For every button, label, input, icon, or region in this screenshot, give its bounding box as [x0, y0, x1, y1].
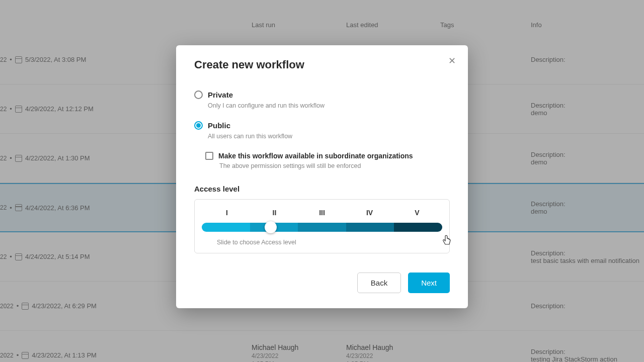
access-level-slider[interactable] — [202, 223, 442, 232]
checkbox-icon — [205, 152, 213, 160]
slider-label-3: III — [317, 209, 327, 217]
checkbox-description: The above permission settings will still… — [219, 162, 450, 169]
back-button[interactable]: Back — [357, 273, 401, 293]
slider-handle[interactable] — [265, 221, 277, 233]
checkbox-label: Make this workflow available in subordin… — [218, 152, 413, 160]
slider-hint: Slide to choose Access level — [217, 239, 442, 246]
checkbox-subordinate-orgs[interactable]: Make this workflow available in subordin… — [205, 152, 450, 169]
slider-label-1: I — [222, 209, 232, 217]
slider-labels: I II III IV V — [202, 209, 442, 217]
radio-option-private[interactable]: Private Only I can configure and run thi… — [194, 90, 450, 109]
slider-label-4: IV — [365, 209, 375, 217]
create-workflow-modal: Create new workflow ✕ Private Only I can… — [176, 45, 468, 308]
close-button[interactable]: ✕ — [448, 55, 456, 66]
radio-option-public[interactable]: Public All users can run this workflow — [194, 121, 450, 140]
radio-description: All users can run this workflow — [208, 133, 450, 140]
access-level-title: Access level — [194, 185, 450, 193]
close-icon: ✕ — [448, 56, 456, 66]
modal-title: Create new workflow — [194, 58, 450, 71]
radio-label: Public — [208, 121, 230, 130]
radio-label: Private — [208, 90, 233, 99]
radio-icon — [194, 90, 203, 99]
radio-description: Only I can configure and run this workfl… — [208, 102, 450, 109]
access-level-box: I II III IV V Slide to choose Access lev… — [194, 199, 450, 253]
next-button[interactable]: Next — [408, 273, 450, 293]
slider-label-5: V — [412, 209, 422, 217]
slider-label-2: II — [270, 209, 280, 217]
radio-icon — [194, 121, 203, 130]
